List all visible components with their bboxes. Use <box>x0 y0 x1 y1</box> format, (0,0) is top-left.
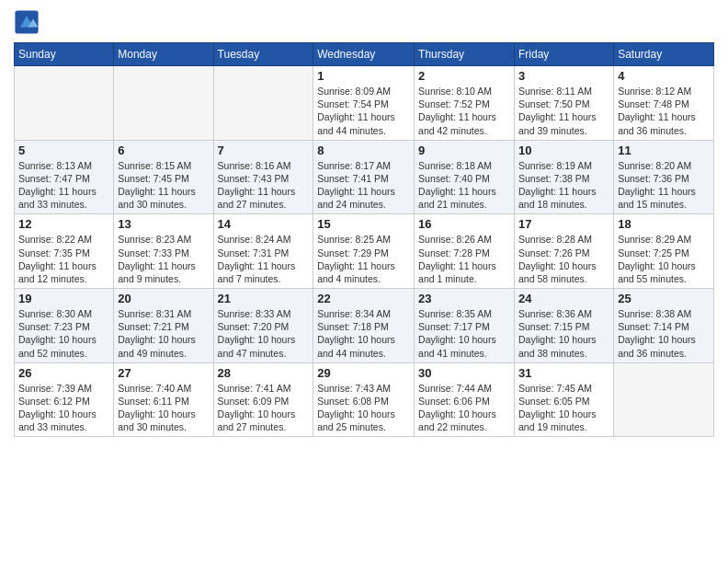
day-of-week-header: Thursday <box>415 43 515 66</box>
day-number: 31 <box>518 366 609 380</box>
day-info: Sunrise: 8:30 AM Sunset: 7:23 PM Dayligh… <box>18 307 109 360</box>
calendar-cell: 7Sunrise: 8:16 AM Sunset: 7:43 PM Daylig… <box>213 140 313 214</box>
day-number: 19 <box>18 292 109 305</box>
day-info: Sunrise: 8:12 AM Sunset: 7:48 PM Dayligh… <box>618 85 710 137</box>
day-number: 3 <box>518 69 609 83</box>
day-number: 16 <box>418 217 510 231</box>
day-number: 30 <box>418 366 510 380</box>
day-number: 22 <box>317 292 410 305</box>
day-info: Sunrise: 8:15 AM Sunset: 7:45 PM Dayligh… <box>118 159 209 212</box>
day-number: 29 <box>317 366 410 380</box>
day-number: 7 <box>218 144 310 157</box>
day-info: Sunrise: 8:16 AM Sunset: 7:43 PM Dayligh… <box>218 159 310 212</box>
day-number: 27 <box>118 366 209 380</box>
day-info: Sunrise: 7:41 AM Sunset: 6:09 PM Dayligh… <box>218 382 310 434</box>
calendar-cell: 20Sunrise: 8:31 AM Sunset: 7:21 PM Dayli… <box>114 289 213 363</box>
calendar-cell <box>213 66 313 141</box>
day-of-week-header: Sunday <box>15 43 114 66</box>
day-number: 23 <box>418 292 510 305</box>
day-info: Sunrise: 8:33 AM Sunset: 7:20 PM Dayligh… <box>218 307 310 360</box>
day-info: Sunrise: 8:19 AM Sunset: 7:38 PM Dayligh… <box>518 159 609 212</box>
day-info: Sunrise: 8:18 AM Sunset: 7:40 PM Dayligh… <box>418 159 510 212</box>
day-info: Sunrise: 8:28 AM Sunset: 7:26 PM Dayligh… <box>518 233 609 285</box>
logo <box>14 9 42 35</box>
calendar-cell: 8Sunrise: 8:17 AM Sunset: 7:41 PM Daylig… <box>313 140 415 214</box>
day-info: Sunrise: 8:22 AM Sunset: 7:35 PM Dayligh… <box>18 233 109 285</box>
day-number: 26 <box>18 366 109 380</box>
day-info: Sunrise: 8:38 AM Sunset: 7:14 PM Dayligh… <box>618 307 710 360</box>
day-info: Sunrise: 8:23 AM Sunset: 7:33 PM Dayligh… <box>118 233 209 285</box>
day-number: 6 <box>118 144 209 157</box>
day-info: Sunrise: 8:35 AM Sunset: 7:17 PM Dayligh… <box>418 307 510 360</box>
day-info: Sunrise: 8:17 AM Sunset: 7:41 PM Dayligh… <box>317 159 410 212</box>
calendar-cell: 28Sunrise: 7:41 AM Sunset: 6:09 PM Dayli… <box>213 362 313 437</box>
day-number: 24 <box>518 292 609 305</box>
day-info: Sunrise: 7:40 AM Sunset: 6:11 PM Dayligh… <box>118 382 209 434</box>
day-number: 2 <box>418 69 510 83</box>
calendar-week-row: 1Sunrise: 8:09 AM Sunset: 7:54 PM Daylig… <box>15 66 714 141</box>
calendar-cell: 23Sunrise: 8:35 AM Sunset: 7:17 PM Dayli… <box>415 289 515 363</box>
day-info: Sunrise: 8:29 AM Sunset: 7:25 PM Dayligh… <box>618 233 710 285</box>
day-info: Sunrise: 8:26 AM Sunset: 7:28 PM Dayligh… <box>418 233 510 285</box>
calendar-week-row: 19Sunrise: 8:30 AM Sunset: 7:23 PM Dayli… <box>15 289 714 363</box>
day-number: 5 <box>18 144 109 157</box>
day-info: Sunrise: 7:44 AM Sunset: 6:06 PM Dayligh… <box>418 382 510 434</box>
day-info: Sunrise: 8:11 AM Sunset: 7:50 PM Dayligh… <box>518 85 609 137</box>
calendar-week-row: 12Sunrise: 8:22 AM Sunset: 7:35 PM Dayli… <box>15 214 714 289</box>
day-number: 20 <box>118 292 209 305</box>
calendar-cell: 29Sunrise: 7:43 AM Sunset: 6:08 PM Dayli… <box>313 362 415 437</box>
calendar-cell: 16Sunrise: 8:26 AM Sunset: 7:28 PM Dayli… <box>415 214 515 289</box>
day-number: 12 <box>18 217 109 231</box>
day-info: Sunrise: 8:34 AM Sunset: 7:18 PM Dayligh… <box>317 307 410 360</box>
calendar-cell: 26Sunrise: 7:39 AM Sunset: 6:12 PM Dayli… <box>15 362 114 437</box>
day-of-week-header: Monday <box>114 43 213 66</box>
day-info: Sunrise: 7:45 AM Sunset: 6:05 PM Dayligh… <box>518 382 609 434</box>
day-info: Sunrise: 8:25 AM Sunset: 7:29 PM Dayligh… <box>317 233 410 285</box>
calendar-week-row: 5Sunrise: 8:13 AM Sunset: 7:47 PM Daylig… <box>15 140 714 214</box>
day-number: 14 <box>218 217 310 231</box>
day-info: Sunrise: 8:36 AM Sunset: 7:15 PM Dayligh… <box>518 307 609 360</box>
calendar-cell: 2Sunrise: 8:10 AM Sunset: 7:52 PM Daylig… <box>415 66 515 141</box>
day-of-week-header: Tuesday <box>213 43 313 66</box>
calendar-cell: 12Sunrise: 8:22 AM Sunset: 7:35 PM Dayli… <box>15 214 114 289</box>
calendar-cell: 4Sunrise: 8:12 AM Sunset: 7:48 PM Daylig… <box>614 66 714 141</box>
day-number: 18 <box>618 217 710 231</box>
day-number: 8 <box>317 144 410 157</box>
day-number: 17 <box>518 217 609 231</box>
day-number: 15 <box>317 217 410 231</box>
day-number: 21 <box>218 292 310 305</box>
day-number: 11 <box>618 144 710 157</box>
day-info: Sunrise: 8:13 AM Sunset: 7:47 PM Dayligh… <box>18 159 109 212</box>
calendar-cell: 11Sunrise: 8:20 AM Sunset: 7:36 PM Dayli… <box>614 140 714 214</box>
day-info: Sunrise: 8:09 AM Sunset: 7:54 PM Dayligh… <box>317 85 410 137</box>
calendar: SundayMondayTuesdayWednesdayThursdayFrid… <box>14 42 714 437</box>
calendar-cell: 3Sunrise: 8:11 AM Sunset: 7:50 PM Daylig… <box>514 66 613 141</box>
page: SundayMondayTuesdayWednesdayThursdayFrid… <box>0 0 728 563</box>
calendar-cell: 14Sunrise: 8:24 AM Sunset: 7:31 PM Dayli… <box>213 214 313 289</box>
calendar-cell: 6Sunrise: 8:15 AM Sunset: 7:45 PM Daylig… <box>114 140 213 214</box>
header <box>14 9 714 35</box>
day-info: Sunrise: 8:20 AM Sunset: 7:36 PM Dayligh… <box>618 159 710 212</box>
day-of-week-header: Saturday <box>614 43 714 66</box>
day-of-week-header: Wednesday <box>313 43 415 66</box>
calendar-cell <box>114 66 213 141</box>
calendar-cell: 22Sunrise: 8:34 AM Sunset: 7:18 PM Dayli… <box>313 289 415 363</box>
day-number: 1 <box>317 69 410 83</box>
day-info: Sunrise: 8:31 AM Sunset: 7:21 PM Dayligh… <box>118 307 209 360</box>
calendar-cell: 13Sunrise: 8:23 AM Sunset: 7:33 PM Dayli… <box>114 214 213 289</box>
day-number: 10 <box>518 144 609 157</box>
day-number: 9 <box>418 144 510 157</box>
calendar-week-row: 26Sunrise: 7:39 AM Sunset: 6:12 PM Dayli… <box>15 362 714 437</box>
calendar-header-row: SundayMondayTuesdayWednesdayThursdayFrid… <box>15 43 714 66</box>
day-number: 28 <box>218 366 310 380</box>
day-number: 13 <box>118 217 209 231</box>
calendar-cell: 25Sunrise: 8:38 AM Sunset: 7:14 PM Dayli… <box>614 289 714 363</box>
day-info: Sunrise: 8:24 AM Sunset: 7:31 PM Dayligh… <box>218 233 310 285</box>
day-info: Sunrise: 7:43 AM Sunset: 6:08 PM Dayligh… <box>317 382 410 434</box>
day-info: Sunrise: 8:10 AM Sunset: 7:52 PM Dayligh… <box>418 85 510 137</box>
day-info: Sunrise: 7:39 AM Sunset: 6:12 PM Dayligh… <box>18 382 109 434</box>
calendar-cell: 19Sunrise: 8:30 AM Sunset: 7:23 PM Dayli… <box>15 289 114 363</box>
calendar-cell: 27Sunrise: 7:40 AM Sunset: 6:11 PM Dayli… <box>114 362 213 437</box>
calendar-cell: 31Sunrise: 7:45 AM Sunset: 6:05 PM Dayli… <box>514 362 613 437</box>
calendar-cell: 10Sunrise: 8:19 AM Sunset: 7:38 PM Dayli… <box>514 140 613 214</box>
